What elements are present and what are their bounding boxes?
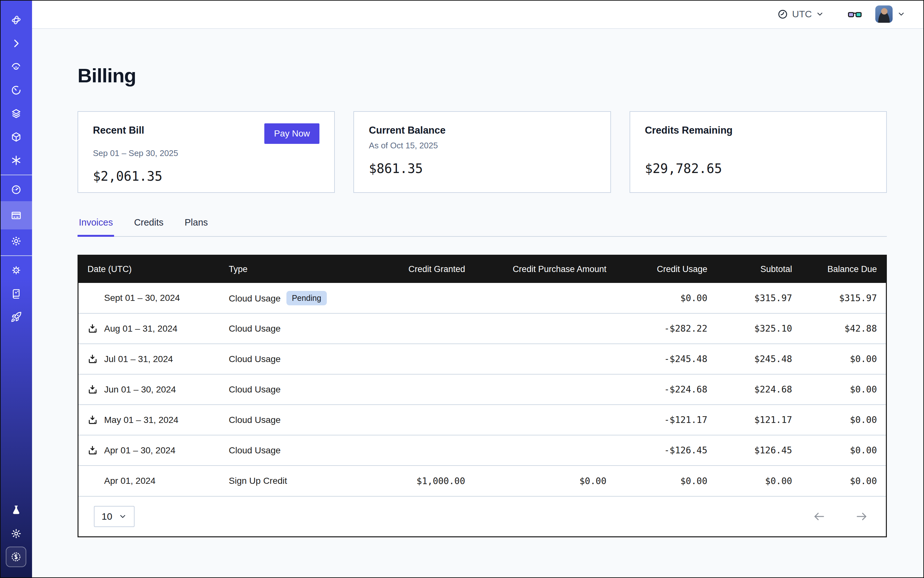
tab-plans[interactable]: Plans — [183, 217, 209, 237]
cell-credit-purchase — [474, 405, 615, 435]
invoice-date: Jun 01 – 30, 2024 — [104, 385, 176, 395]
dollar-badge-icon — [10, 551, 22, 563]
sidebar-item-rocket[interactable] — [0, 305, 32, 329]
cell-balance-due: $0.00 — [801, 405, 886, 435]
layers-icon — [11, 108, 22, 119]
sidebar-bottom-items — [0, 498, 32, 578]
sidebar-item-gear[interactable] — [0, 229, 32, 253]
recent-bill-card: Recent Bill Pay Now Sep 01 – Sep 30, 202… — [78, 111, 335, 193]
sidebar-item-book-sparkle[interactable] — [0, 282, 32, 305]
download-invoice-button[interactable] — [88, 354, 98, 365]
cell-subtotal: $245.48 — [716, 344, 801, 374]
sidebar-sections — [0, 0, 32, 329]
cell-credit-purchase — [474, 344, 615, 374]
invoice-type: Cloud Usage — [229, 354, 281, 364]
column-header: Type — [220, 256, 357, 283]
cell-subtotal: $126.45 — [716, 435, 801, 466]
table-row: Jun 01 – 30, 2024 Cloud Usage -$224.68 $… — [78, 374, 886, 405]
cell-balance-due: $42.88 — [801, 313, 886, 344]
card-subtitle — [645, 141, 872, 151]
invoice-type: Sign Up Credit — [229, 476, 287, 486]
gauge-icon — [11, 184, 22, 195]
gear-icon — [11, 235, 22, 247]
cell-credit-purchase: $0.00 — [474, 466, 615, 496]
card-subtitle: Sep 01 – Sep 30, 2025 — [93, 148, 320, 159]
sidebar-item-helm[interactable] — [0, 258, 32, 282]
tab-invoices[interactable]: Invoices — [78, 217, 114, 237]
next-page-button[interactable] — [855, 510, 868, 523]
sidebar-item-logo[interactable] — [0, 8, 32, 32]
sidebar-item-timer[interactable] — [0, 78, 32, 102]
table-header-row: Date (UTC)TypeCredit GrantedCredit Purch… — [78, 256, 886, 283]
previous-page-button[interactable] — [813, 510, 826, 523]
timezone-selector[interactable]: UTC — [777, 9, 824, 19]
sidebar-item-spiral[interactable] — [0, 55, 32, 78]
cell-credit-granted — [357, 435, 474, 466]
sidebar-divider — [0, 255, 32, 256]
cell-subtotal: $224.68 — [716, 374, 801, 405]
sidebar-item-asterisk[interactable] — [0, 149, 32, 172]
account-menu-chevron-icon[interactable] — [897, 10, 905, 18]
reader-mode-button[interactable] — [848, 9, 862, 19]
table-row: Aug 01 – 31, 2024 Cloud Usage -$282.22 $… — [78, 313, 886, 344]
tab-credits[interactable]: Credits — [133, 217, 165, 237]
invoice-type: Cloud Usage — [229, 415, 281, 425]
card-amount: $861.35 — [369, 161, 595, 176]
sidebar-item-cube[interactable] — [0, 125, 32, 149]
cell-balance-due: $0.00 — [801, 435, 886, 466]
download-invoice-button[interactable] — [88, 415, 98, 425]
cell-credit-usage: $0.00 — [615, 283, 716, 313]
invoice-rows: Sept 01 – 30, 2024 Cloud UsagePending $0… — [78, 283, 886, 496]
invoice-type: Cloud Usage — [229, 385, 281, 395]
sidebar-item-sun[interactable] — [0, 522, 32, 546]
cell-credit-usage: -$121.17 — [615, 405, 716, 435]
page-size-select[interactable]: 10 — [94, 506, 135, 527]
avatar[interactable] — [875, 5, 893, 23]
cell-credit-granted — [357, 313, 474, 344]
card-subtitle: As of Oct 15, 2025 — [369, 141, 595, 151]
cell-subtotal: $121.17 — [716, 405, 801, 435]
download-icon — [88, 415, 98, 425]
invoice-type: Cloud Usage — [229, 445, 281, 455]
glasses-icon — [848, 9, 862, 19]
sidebar-item-flask[interactable] — [0, 498, 32, 522]
sidebar-item-gauge[interactable] — [0, 178, 32, 201]
invoices-table: Date (UTC)TypeCredit GrantedCredit Purch… — [78, 256, 886, 496]
download-invoice-button[interactable] — [88, 323, 98, 334]
cube-icon — [11, 132, 22, 143]
cell-subtotal: $325.10 — [716, 313, 801, 344]
topbar: UTC — [32, 0, 924, 29]
cell-credit-usage: $0.00 — [615, 466, 716, 496]
card-amount: $29,782.65 — [645, 161, 872, 176]
sidebar-item-dollar-badge[interactable] — [6, 547, 26, 567]
cell-subtotal: $315.97 — [716, 283, 801, 313]
table-row: May 01 – 31, 2024 Cloud Usage -$121.17 $… — [78, 405, 886, 435]
invoice-date: Sept 01 – 30, 2024 — [104, 293, 180, 303]
invoice-type: Cloud Usage — [229, 324, 281, 334]
sun-icon — [11, 528, 22, 539]
cell-credit-purchase — [474, 313, 615, 344]
table-row: Sept 01 – 30, 2024 Cloud UsagePending $0… — [78, 283, 886, 313]
invoice-date: May 01 – 31, 2024 — [104, 415, 179, 425]
cell-credit-purchase — [474, 435, 615, 466]
billing-icon — [11, 210, 22, 221]
column-header: Credit Usage — [615, 256, 716, 283]
sidebar-item-chevron-right[interactable] — [0, 32, 32, 55]
invoice-date: Aug 01 – 31, 2024 — [104, 324, 177, 334]
sidebar-divider — [0, 175, 32, 175]
sidebar-item-billing[interactable] — [0, 201, 32, 229]
download-invoice-button[interactable] — [88, 384, 98, 395]
invoice-type: Cloud Usage — [229, 294, 281, 304]
sidebar-item-layers[interactable] — [0, 102, 32, 125]
page-title: Billing — [78, 64, 887, 87]
card-title: Current Balance — [369, 125, 445, 136]
book-sparkle-icon — [11, 288, 22, 299]
pagination-arrows — [813, 510, 868, 523]
cell-credit-granted — [357, 405, 474, 435]
download-invoice-button[interactable] — [88, 445, 98, 456]
flask-icon — [11, 505, 22, 516]
pay-now-button[interactable]: Pay Now — [264, 123, 320, 144]
logo-icon — [11, 15, 22, 26]
cell-subtotal: $0.00 — [716, 466, 801, 496]
column-header: Credit Purchase Amount — [474, 256, 615, 283]
